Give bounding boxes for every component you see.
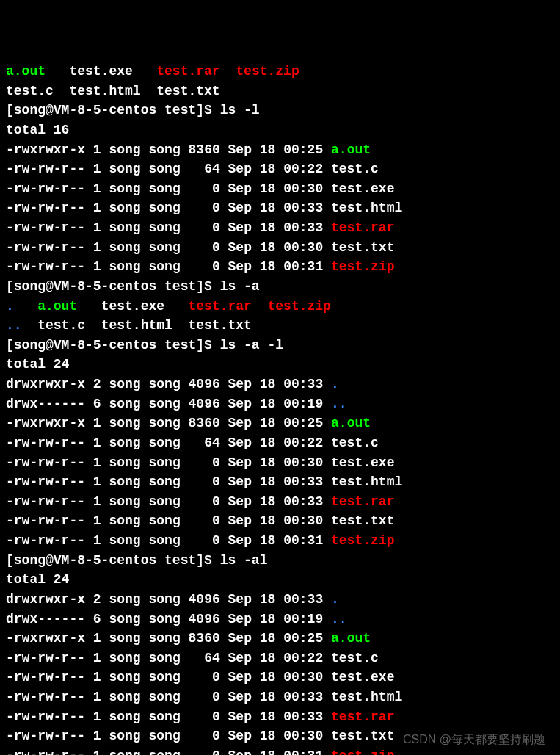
ls-row: -rw-rw-r-- 1 song song 64 Sep 18 00:22 t… — [6, 433, 554, 453]
file-testc: test.c — [331, 162, 379, 176]
file-testrar: test.rar — [331, 220, 394, 235]
file-testtxt: test.txt — [156, 84, 219, 98]
file-testhtml: test.html — [69, 84, 140, 98]
file-testexe: test.exe — [331, 670, 394, 684]
ls-short-row1: a.out test.exe test.rar test.zip — [6, 62, 554, 82]
file-testexe: test.exe — [101, 299, 164, 314]
file-aout: a.out — [6, 64, 46, 79]
ls-row: -rw-rw-r-- 1 song song 0 Sep 18 00:33 te… — [6, 707, 554, 727]
ls-row: -rw-rw-r-- 1 song song 0 Sep 18 00:30 te… — [6, 238, 554, 258]
file-testrar: test.rar — [331, 494, 394, 509]
prompt: [song@VM-8-5-centos test]$ — [6, 103, 220, 118]
file-testzip: test.zip — [331, 533, 394, 548]
file-testc: test.c — [331, 436, 379, 450]
ls-row: -rw-rw-r-- 1 song song 64 Sep 18 00:22 t… — [6, 159, 554, 179]
cmd: ls -l — [220, 103, 260, 118]
file-testzip: test.zip — [331, 259, 394, 274]
total-line: total 24 — [6, 355, 554, 375]
file-aout: a.out — [331, 142, 371, 157]
dir-dot: . — [331, 592, 339, 607]
prompt-line-1: [song@VM-8-5-centos test]$ ls -l — [6, 101, 554, 120]
ls-row: drwx------ 6 song song 4096 Sep 18 00:19… — [6, 610, 554, 629]
prompt: [song@VM-8-5-centos test]$ — [6, 338, 220, 353]
ls-row: drwxrwxr-x 2 song song 4096 Sep 18 00:33… — [6, 375, 554, 394]
ls-row: -rw-rw-r-- 1 song song 0 Sep 18 00:33 te… — [6, 472, 554, 492]
prompt: [song@VM-8-5-centos test]$ — [6, 279, 220, 294]
ls-row: -rw-rw-r-- 1 song song 0 Sep 18 00:33 te… — [6, 687, 554, 707]
ls-row: -rw-rw-r-- 1 song song 0 Sep 18 00:31 te… — [6, 257, 554, 277]
ls-row: -rwxrwxr-x 1 song song 8360 Sep 18 00:25… — [6, 140, 554, 160]
ls-row: -rw-rw-r-- 1 song song 0 Sep 18 00:30 te… — [6, 453, 554, 473]
file-testzip: test.zip — [236, 64, 299, 79]
file-testexe: test.exe — [331, 455, 394, 470]
file-testc: test.c — [331, 651, 379, 665]
file-testrar: test.rar — [188, 299, 251, 314]
ls-row: -rw-rw-r-- 1 song song 0 Sep 18 00:33 te… — [6, 492, 554, 512]
dir-dot: . — [6, 299, 14, 314]
file-testhtml: test.html — [331, 474, 402, 489]
dir-dotdot: .. — [331, 612, 347, 626]
ls-row: -rw-rw-r-- 1 song song 64 Sep 18 00:22 t… — [6, 649, 554, 668]
file-testrar: test.rar — [331, 709, 394, 724]
ls-a-row2: .. test.c test.html test.txt — [6, 316, 554, 336]
terminal[interactable]: a.out test.exe test.rar test.ziptest.c t… — [6, 62, 554, 755]
file-testexe: test.exe — [69, 64, 132, 79]
file-aout: a.out — [37, 299, 77, 314]
file-testc: test.c — [6, 84, 54, 98]
file-testtxt: test.txt — [331, 729, 394, 743]
ls-a-row1: . a.out test.exe test.rar test.zip — [6, 297, 554, 317]
total-line: total 16 — [6, 120, 554, 140]
file-testexe: test.exe — [331, 181, 394, 196]
prompt-line-3: [song@VM-8-5-centos test]$ ls -a -l — [6, 336, 554, 355]
dir-dotdot: .. — [331, 397, 347, 411]
ls-row: -rw-rw-r-- 1 song song 0 Sep 18 00:33 te… — [6, 198, 554, 218]
dir-dot: . — [331, 377, 339, 391]
cmd: ls -a -l — [220, 338, 283, 353]
file-testzip: test.zip — [268, 299, 331, 314]
prompt-line-2: [song@VM-8-5-centos test]$ ls -a — [6, 277, 554, 297]
ls-row: drwxrwxr-x 2 song song 4096 Sep 18 00:33… — [6, 590, 554, 610]
file-testhtml: test.html — [101, 318, 172, 333]
file-testrar: test.rar — [156, 64, 219, 79]
total-line: total 24 — [6, 570, 554, 590]
prompt: [song@VM-8-5-centos test]$ — [6, 553, 220, 568]
file-testhtml: test.html — [331, 690, 402, 704]
ls-row: -rw-rw-r-- 1 song song 0 Sep 18 00:33 te… — [6, 218, 554, 238]
cmd: ls -al — [220, 553, 268, 568]
ls-row: -rw-rw-r-- 1 song song 0 Sep 18 00:30 te… — [6, 668, 554, 687]
file-aout: a.out — [331, 631, 371, 646]
ls-row: -rw-rw-r-- 1 song song 0 Sep 18 00:30 te… — [6, 511, 554, 531]
prompt-line-4: [song@VM-8-5-centos test]$ ls -al — [6, 551, 554, 571]
file-testtxt: test.txt — [188, 318, 251, 333]
ls-row: -rw-rw-r-- 1 song song 0 Sep 18 00:31 te… — [6, 531, 554, 551]
dir-dotdot: .. — [6, 318, 22, 333]
ls-row: -rwxrwxr-x 1 song song 8360 Sep 18 00:25… — [6, 413, 554, 433]
ls-row: -rw-rw-r-- 1 song song 0 Sep 18 00:30 te… — [6, 179, 554, 199]
ls-row: -rwxrwxr-x 1 song song 8360 Sep 18 00:25… — [6, 629, 554, 649]
file-testtxt: test.txt — [331, 240, 394, 255]
file-testzip: test.zip — [331, 748, 394, 755]
ls-row: drwx------ 6 song song 4096 Sep 18 00:19… — [6, 394, 554, 414]
file-testtxt: test.txt — [331, 513, 394, 528]
file-testhtml: test.html — [331, 201, 402, 215]
file-aout: a.out — [331, 416, 371, 430]
file-testc: test.c — [37, 318, 85, 333]
cmd: ls -a — [220, 279, 260, 294]
ls-short-row2: test.c test.html test.txt — [6, 82, 554, 101]
watermark: CSDN @每天都要坚持刷题 — [403, 732, 545, 748]
